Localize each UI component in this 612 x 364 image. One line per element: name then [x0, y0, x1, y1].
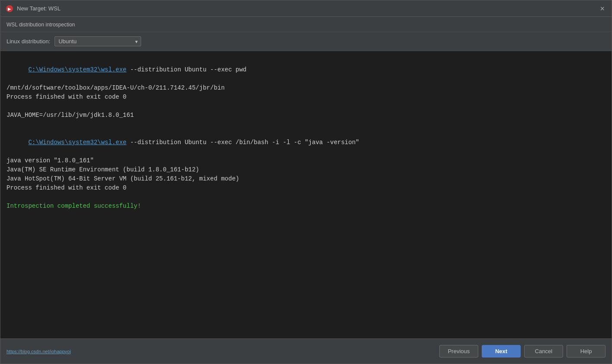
terminal-line-2: /mnt/d/software/toolbox/apps/IDEA-U/ch-0…	[6, 84, 606, 93]
blank-line-2	[6, 120, 606, 129]
terminal-line-5: C:\Windows\system32\wsl.exe --distributi…	[6, 129, 606, 156]
dialog-title: New Target: WSL	[17, 5, 61, 12]
dialog: ▶ New Target: WSL × WSL distribution int…	[0, 0, 612, 364]
next-button[interactable]: Next	[482, 345, 521, 358]
config-bar: Linux distribution: Ubuntu Debian Kali L…	[0, 32, 612, 51]
subtitle-text: WSL distribution introspection	[6, 22, 75, 28]
wsl-link-1[interactable]: C:\Windows\system32\wsl.exe	[28, 66, 126, 73]
terminal-line-5-rest: --distribution Ubuntu --exec /bin/bash -…	[126, 139, 359, 146]
terminal-line-4: JAVA_HOME=/usr/lib/jvm/jdk1.8.0_161	[6, 111, 606, 120]
app-icon: ▶	[6, 5, 13, 13]
terminal-line-1: C:\Windows\system32\wsl.exe --distributi…	[6, 56, 606, 84]
terminal-line-9: Process finished with exit code 0	[6, 184, 606, 193]
footer-url[interactable]: https://blog.csdn.net/iohappyoi	[6, 349, 71, 354]
terminal-line-3: Process finished with exit code 0	[6, 93, 606, 102]
cancel-button[interactable]: Cancel	[524, 345, 563, 358]
terminal-line-6: java version "1.8.0_161"	[6, 156, 606, 165]
dropdown-wrapper: Ubuntu Debian Kali Linux openSUSE ▼	[55, 36, 141, 46]
terminal-line-7: Java(TM) SE Runtime Environment (build 1…	[6, 165, 606, 174]
title-bar-left: ▶ New Target: WSL	[6, 5, 61, 13]
wsl-link-2[interactable]: C:\Windows\system32\wsl.exe	[28, 139, 126, 146]
close-button[interactable]: ×	[598, 4, 606, 13]
svg-text:▶: ▶	[8, 6, 11, 11]
distribution-label: Linux distribution:	[6, 38, 50, 45]
subtitle-bar: WSL distribution introspection	[0, 17, 612, 32]
blank-line-1	[6, 102, 606, 111]
help-button[interactable]: Help	[567, 345, 606, 358]
terminal-line-8: Java HotSpot(TM) 64-Bit Server VM (build…	[6, 174, 606, 184]
terminal-line-1-rest: --distribution Ubuntu --exec pwd	[126, 66, 246, 73]
previous-button[interactable]: Previous	[439, 345, 478, 358]
terminal-output: C:\Windows\system32\wsl.exe --distributi…	[0, 51, 612, 338]
distribution-dropdown[interactable]: Ubuntu Debian Kali Linux openSUSE	[55, 36, 141, 46]
blank-line-3	[6, 193, 606, 202]
title-bar: ▶ New Target: WSL ×	[0, 0, 612, 17]
footer-buttons: Previous Next Cancel Help	[439, 345, 606, 358]
terminal-success-line: Introspection completed successfully!	[6, 202, 606, 211]
footer: https://blog.csdn.net/iohappyoi Previous…	[0, 338, 612, 364]
